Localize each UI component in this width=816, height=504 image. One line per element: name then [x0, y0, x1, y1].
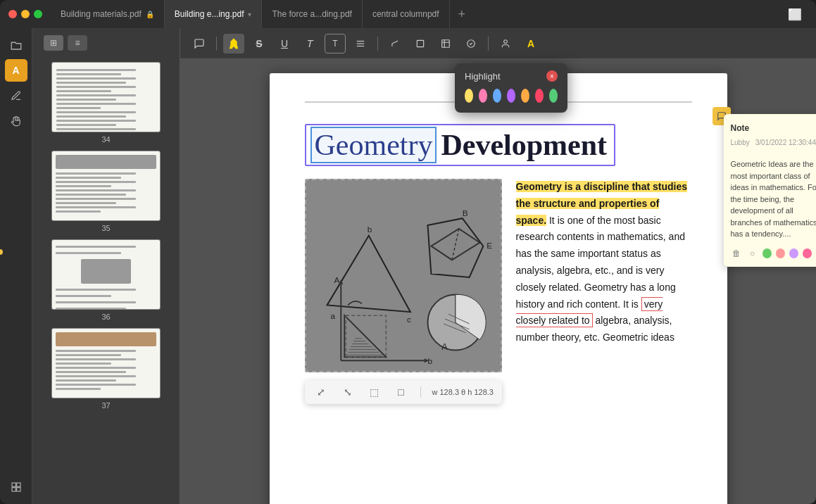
underline-tool-btn[interactable]: U — [274, 34, 295, 53]
thumb-label-34: 34 — [101, 135, 110, 144]
color-swatch-red[interactable] — [535, 89, 544, 103]
tab-1-label: Building materials.pdf — [61, 9, 142, 19]
img-tb-sep — [420, 386, 421, 398]
tab-4[interactable]: central columnpdf — [363, 0, 450, 28]
svg-text:A: A — [334, 275, 339, 285]
tab-1[interactable]: Building materials.pdf 🔒 — [51, 0, 165, 28]
pdf-page: Geometry Development — [270, 73, 727, 504]
folder-icon-btn[interactable] — [5, 34, 27, 56]
svg-rect-9 — [417, 40, 423, 46]
thumb-label-37: 37 — [101, 401, 110, 410]
geometry-image-box[interactable]: a b c B E — [305, 179, 502, 372]
image-dimensions-label: w 128.3 θ h 128.3 — [432, 388, 494, 396]
thumbnail-panel: ⊞ ≡ — [32, 28, 180, 504]
highlight-tool-btn[interactable] — [223, 34, 244, 53]
pdf-area[interactable]: Geometry Development — [180, 59, 816, 504]
note-delete-btn[interactable]: 🗑 — [731, 247, 743, 260]
pencil-tool-btn[interactable] — [384, 34, 406, 53]
color-swatch-pink[interactable] — [479, 89, 487, 103]
color-swatch-purple[interactable] — [507, 89, 515, 103]
thumb-label-35: 35 — [101, 224, 110, 232]
highlight-icon-btn[interactable]: A — [5, 59, 27, 82]
tab-bar: Building materials.pdf 🔒 Building e...in… — [51, 0, 810, 28]
color-tool-btn[interactable]: A — [520, 34, 541, 53]
body-text-1: It is one of the most basic research con… — [516, 215, 685, 310]
svg-rect-3 — [16, 488, 20, 491]
annotate-icon-btn[interactable] — [5, 84, 27, 107]
color-swatch-blue[interactable] — [493, 89, 501, 103]
user-tool-btn[interactable] — [495, 34, 516, 53]
note-color-purple[interactable] — [789, 248, 798, 258]
note-title: Note — [731, 121, 817, 135]
add-tab-button[interactable]: + — [450, 7, 475, 22]
img-frame-btn[interactable]: □ — [394, 384, 409, 400]
crop-tool-btn[interactable] — [410, 34, 431, 53]
thumb-panel-header: ⊞ ≡ — [38, 35, 93, 55]
thumb-label-36: 36 — [101, 313, 110, 321]
img-resize-btn[interactable]: ⤡ — [340, 384, 356, 400]
note-body: Geometric Ideas are the most important c… — [731, 158, 817, 240]
img-crop-btn[interactable]: ⤢ — [313, 384, 329, 400]
thumbnail-35[interactable]: 35 — [51, 151, 161, 232]
comment-tool-btn[interactable] — [189, 34, 210, 53]
note-circle-btn[interactable]: ○ — [746, 247, 758, 260]
pdf-left-column: a b c B E — [305, 179, 502, 372]
note-color-red[interactable] — [803, 248, 812, 258]
img-copy-btn[interactable]: ⬚ — [367, 384, 382, 400]
svg-text:c: c — [406, 315, 410, 325]
thumbnail-34[interactable]: 34 — [51, 62, 161, 144]
text-box-tool-btn[interactable]: T — [325, 34, 346, 53]
hand-icon-btn[interactable] — [5, 110, 27, 132]
content-area: S U T T — [180, 28, 816, 504]
svg-point-12 — [504, 39, 508, 43]
image-toolbar: ⤢ ⤡ ⬚ □ w 128.3 θ h 128.3 — [305, 380, 502, 404]
tab-2-label: Building e...ing.pdf — [175, 9, 244, 19]
title-word-geometry: Geometry — [310, 127, 437, 163]
thumb-list-toggle[interactable]: ≡ — [68, 35, 87, 51]
thumbnail-37[interactable]: 37 — [51, 328, 161, 410]
note-author: Lubby — [731, 137, 750, 149]
svg-line-7 — [392, 40, 398, 43]
lines-tool-btn[interactable] — [350, 34, 371, 53]
color-swatch-green[interactable] — [549, 89, 558, 103]
tab-3[interactable]: The force a...ding.pdf — [262, 0, 362, 28]
svg-text:E: E — [487, 241, 492, 251]
sidebar-toggle-icon[interactable]: ⬜ — [779, 8, 810, 21]
color-swatch-orange[interactable] — [521, 89, 529, 103]
thumbnail-36[interactable]: 36 — [51, 239, 161, 321]
svg-text:a: a — [330, 311, 335, 321]
note-color-green[interactable] — [762, 248, 772, 258]
thumb-img-36 — [51, 239, 161, 310]
text-tool-btn[interactable]: T — [299, 34, 320, 53]
maximize-button[interactable] — [34, 10, 42, 18]
thumb-img-34 — [51, 62, 161, 132]
thumb-img-37 — [51, 328, 161, 398]
minimize-button[interactable] — [21, 10, 30, 18]
note-timestamp: 3/01/2022 12:30:44 — [755, 137, 816, 149]
page-title-border: Geometry Development — [305, 124, 616, 166]
pages-icon-btn[interactable] — [5, 476, 27, 498]
svg-rect-10 — [442, 39, 450, 47]
toolbar-sep-2 — [377, 37, 378, 51]
pdf-body-text: Geometry is a discipline that studies th… — [516, 179, 692, 346]
color-swatch-yellow[interactable] — [465, 89, 473, 103]
close-button[interactable] — [8, 10, 17, 18]
note-color-pink[interactable] — [776, 248, 785, 258]
note-footer: 🗑 ○ — [731, 247, 817, 260]
highlight-color-swatches — [465, 89, 558, 103]
main-layout: A ⊞ ≡ — [0, 28, 816, 504]
strikethrough-tool-btn[interactable]: S — [249, 34, 270, 53]
svg-rect-1 — [16, 483, 20, 486]
thumb-grid-toggle[interactable]: ⊞ — [44, 35, 63, 51]
freehand-tool-btn[interactable] — [460, 34, 482, 53]
pdf-content: a b c B E — [305, 179, 692, 372]
tab-2[interactable]: Building e...ing.pdf ▾ — [165, 0, 263, 28]
highlight-popup-close-btn[interactable]: × — [546, 70, 558, 82]
shapes-tool-btn[interactable] — [435, 34, 456, 53]
icon-bar: A — [0, 28, 32, 504]
title-word-development: Development — [438, 128, 610, 162]
page-title-container: Geometry Development — [305, 124, 692, 166]
tab-2-dropdown-icon[interactable]: ▾ — [248, 11, 251, 18]
highlight-popup-title-label: Highlight — [465, 71, 501, 82]
tab-3-label: The force a...ding.pdf — [272, 9, 351, 19]
